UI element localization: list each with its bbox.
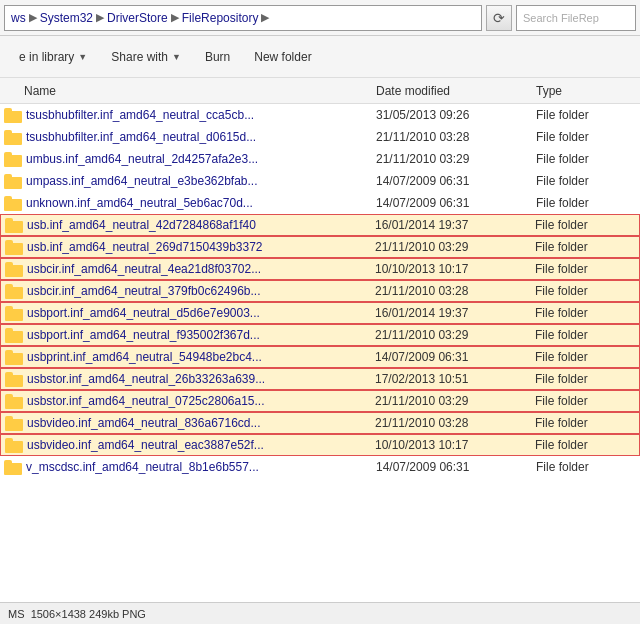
table-row[interactable]: usbvideo.inf_amd64_neutral_836a6716cd...… (0, 412, 640, 434)
breadcrumb-sep-2: ▶ (96, 11, 104, 24)
share-label: Share with (111, 50, 168, 64)
table-row[interactable]: unknown.inf_amd64_neutral_5eb6ac70d... 1… (0, 192, 640, 214)
file-name: v_mscdsc.inf_amd64_neutral_8b1e6b557... (26, 460, 376, 474)
status-text: MS (8, 608, 25, 620)
share-button[interactable]: Share with ▼ (100, 41, 192, 73)
file-name: umpass.inf_amd64_neutral_e3be362bfab... (26, 174, 376, 188)
table-row[interactable]: usbcir.inf_amd64_neutral_4ea21d8f03702..… (0, 258, 640, 280)
table-row[interactable]: usb.inf_amd64_neutral_42d7284868af1f40 1… (0, 214, 640, 236)
file-type: File folder (535, 372, 635, 386)
column-headers: Name Date modified Type (0, 78, 640, 104)
folder-icon (5, 261, 23, 277)
file-type: File folder (536, 460, 636, 474)
folder-icon (4, 195, 22, 211)
library-label: e in library (19, 50, 74, 64)
file-name: usbprint.inf_amd64_neutral_54948be2bc4..… (27, 350, 375, 364)
breadcrumb-driverstore[interactable]: DriverStore (107, 11, 168, 25)
file-name: usbport.inf_amd64_neutral_d5d6e7e9003... (27, 306, 375, 320)
nav-buttons: ⟳ (486, 5, 512, 31)
file-name: usbstor.inf_amd64_neutral_26b33263a639..… (27, 372, 375, 386)
table-row[interactable]: umbus.inf_amd64_neutral_2d4257afa2e3... … (0, 148, 640, 170)
file-type: File folder (535, 394, 635, 408)
file-date: 14/07/2009 06:31 (376, 460, 536, 474)
folder-icon (4, 107, 22, 123)
file-type: File folder (535, 240, 635, 254)
file-type: File folder (535, 328, 635, 342)
file-name: usbstor.inf_amd64_neutral_0725c2806a15..… (27, 394, 375, 408)
new-folder-button[interactable]: New folder (243, 41, 322, 73)
col-header-date[interactable]: Date modified (376, 84, 536, 98)
breadcrumb-filerepository[interactable]: FileRepository (182, 11, 259, 25)
table-row[interactable]: usbcir.inf_amd64_neutral_379fb0c62496b..… (0, 280, 640, 302)
col-header-name[interactable]: Name (4, 84, 376, 98)
file-type: File folder (536, 196, 636, 210)
address-bar: ws ▶ System32 ▶ DriverStore ▶ FileReposi… (0, 0, 640, 36)
file-date: 14/07/2009 06:31 (375, 350, 535, 364)
folder-icon (4, 129, 22, 145)
file-date: 10/10/2013 10:17 (375, 262, 535, 276)
file-date: 21/11/2010 03:29 (375, 240, 535, 254)
folder-icon (4, 459, 22, 475)
folder-icon (5, 283, 23, 299)
breadcrumb-path[interactable]: ws ▶ System32 ▶ DriverStore ▶ FileReposi… (4, 5, 482, 31)
nav-refresh-button[interactable]: ⟳ (486, 5, 512, 31)
breadcrumb-ws[interactable]: ws (11, 11, 26, 25)
table-row[interactable]: tsusbhubfilter.inf_amd64_neutral_cca5cb.… (0, 104, 640, 126)
burn-button[interactable]: Burn (194, 41, 241, 73)
library-button[interactable]: e in library ▼ (8, 41, 98, 73)
file-name: tsusbhubfilter.inf_amd64_neutral_d0615d.… (26, 130, 376, 144)
file-date: 14/07/2009 06:31 (376, 174, 536, 188)
col-header-type[interactable]: Type (536, 84, 636, 98)
file-name: usbport.inf_amd64_neutral_f935002f367d..… (27, 328, 375, 342)
file-type: File folder (535, 218, 635, 232)
table-row[interactable]: usbport.inf_amd64_neutral_d5d6e7e9003...… (0, 302, 640, 324)
file-name: usbvideo.inf_amd64_neutral_eac3887e52f..… (27, 438, 375, 452)
file-type: File folder (535, 416, 635, 430)
file-name: usb.inf_amd64_neutral_269d7150439b3372 (27, 240, 375, 254)
table-row[interactable]: usbport.inf_amd64_neutral_f935002f367d..… (0, 324, 640, 346)
folder-icon (5, 217, 23, 233)
file-type: File folder (535, 262, 635, 276)
file-type: File folder (536, 108, 636, 122)
search-placeholder: Search FileRep (523, 12, 599, 24)
toolbar: e in library ▼ Share with ▼ Burn New fol… (0, 36, 640, 78)
folder-icon (5, 437, 23, 453)
file-date: 10/10/2013 10:17 (375, 438, 535, 452)
table-row[interactable]: usbvideo.inf_amd64_neutral_eac3887e52f..… (0, 434, 640, 456)
table-row[interactable]: v_mscdsc.inf_amd64_neutral_8b1e6b557... … (0, 456, 640, 478)
library-arrow: ▼ (78, 52, 87, 62)
file-type: File folder (535, 306, 635, 320)
file-type: File folder (535, 350, 635, 364)
file-date: 16/01/2014 19:37 (375, 306, 535, 320)
file-name: usbcir.inf_amd64_neutral_379fb0c62496b..… (27, 284, 375, 298)
file-date: 16/01/2014 19:37 (375, 218, 535, 232)
folder-icon (5, 393, 23, 409)
file-name: umbus.inf_amd64_neutral_2d4257afa2e3... (26, 152, 376, 166)
breadcrumb-system32[interactable]: System32 (40, 11, 93, 25)
folder-icon (5, 327, 23, 343)
breadcrumb-sep-3: ▶ (171, 11, 179, 24)
file-name: usb.inf_amd64_neutral_42d7284868af1f40 (27, 218, 375, 232)
table-row[interactable]: tsusbhubfilter.inf_amd64_neutral_d0615d.… (0, 126, 640, 148)
file-name: tsusbhubfilter.inf_amd64_neutral_cca5cb.… (26, 108, 376, 122)
table-row[interactable]: usb.inf_amd64_neutral_269d7150439b3372 2… (0, 236, 640, 258)
file-type: File folder (536, 174, 636, 188)
table-row[interactable]: umpass.inf_amd64_neutral_e3be362bfab... … (0, 170, 640, 192)
share-arrow: ▼ (172, 52, 181, 62)
file-date: 21/11/2010 03:28 (375, 416, 535, 430)
status-bar: MS 1506×1438 249kb PNG (0, 602, 640, 624)
table-row[interactable]: usbstor.inf_amd64_neutral_26b33263a639..… (0, 368, 640, 390)
file-list: tsusbhubfilter.inf_amd64_neutral_cca5cb.… (0, 104, 640, 624)
file-date: 21/11/2010 03:28 (375, 284, 535, 298)
file-type: File folder (535, 438, 635, 452)
search-box[interactable]: Search FileRep (516, 5, 636, 31)
folder-icon (4, 151, 22, 167)
table-row[interactable]: usbprint.inf_amd64_neutral_54948be2bc4..… (0, 346, 640, 368)
file-date: 21/11/2010 03:29 (375, 394, 535, 408)
image-info: 1506×1438 249kb PNG (31, 608, 146, 620)
table-row[interactable]: usbstor.inf_amd64_neutral_0725c2806a15..… (0, 390, 640, 412)
file-type: File folder (536, 130, 636, 144)
file-date: 31/05/2013 09:26 (376, 108, 536, 122)
folder-icon (4, 173, 22, 189)
file-name: usbvideo.inf_amd64_neutral_836a6716cd... (27, 416, 375, 430)
